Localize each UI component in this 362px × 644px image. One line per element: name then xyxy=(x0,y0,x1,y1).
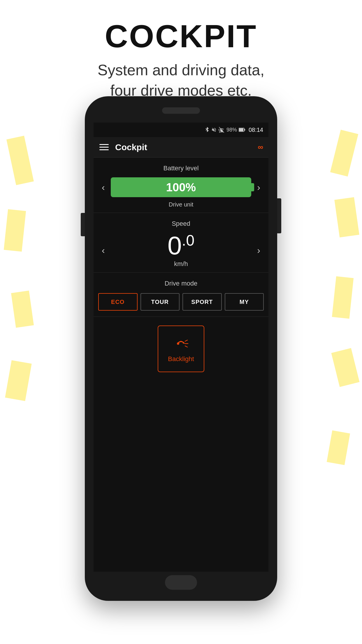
hamburger-line-1 xyxy=(99,144,109,145)
phone-home-button[interactable] xyxy=(165,575,197,590)
app-bar-title: Cockpit xyxy=(115,142,258,152)
hamburger-line-3 xyxy=(99,149,109,150)
screen-content: Battery level ‹ 100% › Drive unit Speed … xyxy=(94,158,268,378)
drive-mode-section: Drive mode ECO TOUR SPORT MY xyxy=(94,273,268,317)
svg-point-3 xyxy=(177,342,179,345)
mode-eco-button[interactable]: ECO xyxy=(98,293,138,311)
speed-display: 0.0 km/h xyxy=(108,233,254,268)
sticky-note-8 xyxy=(331,348,360,387)
speed-prev-arrow[interactable]: ‹ xyxy=(98,243,108,258)
backlight-svg-icon xyxy=(172,335,190,352)
phone-speaker xyxy=(162,107,200,114)
phone-device: 98% 08:14 Cockpit ∞ xyxy=(85,96,277,601)
battery-percentage: 98% xyxy=(226,127,237,133)
page-title: COCKPIT xyxy=(0,0,362,55)
mute-icon xyxy=(211,127,217,133)
speed-decimal: .0 xyxy=(182,232,194,249)
battery-sublabel: Drive unit xyxy=(98,201,264,208)
battery-row: ‹ 100% › xyxy=(98,177,264,197)
page-subtitle: System and driving data,four drive modes… xyxy=(0,55,362,101)
battery-prev-arrow[interactable]: ‹ xyxy=(98,180,108,195)
mode-buttons: ECO TOUR SPORT MY xyxy=(98,293,264,311)
sticky-note-5 xyxy=(330,130,358,177)
speed-row: ‹ 0.0 km/h › xyxy=(98,233,264,268)
speed-section: Speed ‹ 0.0 km/h › xyxy=(94,213,268,273)
bluetooth-icon xyxy=(204,127,210,133)
sticky-note-3 xyxy=(11,290,34,328)
backlight-section: Backlight xyxy=(94,317,268,378)
status-time: 08:14 xyxy=(249,127,263,133)
phone-screen: 98% 08:14 Cockpit ∞ xyxy=(94,123,268,572)
sticky-note-9 xyxy=(327,430,350,465)
sticky-note-2 xyxy=(4,209,26,252)
phone-body: 98% 08:14 Cockpit ∞ xyxy=(85,96,277,601)
battery-label: Battery level xyxy=(98,164,264,172)
app-logo: ∞ xyxy=(258,143,263,152)
drive-mode-label: Drive mode xyxy=(98,280,264,287)
battery-icon xyxy=(239,128,245,132)
app-bar: Cockpit ∞ xyxy=(94,137,268,158)
hamburger-line-2 xyxy=(99,147,109,148)
mode-my-button[interactable]: MY xyxy=(225,293,264,311)
battery-section: Battery level ‹ 100% › Drive unit xyxy=(94,158,268,213)
sticky-note-1 xyxy=(6,136,34,185)
battery-bar: 100% xyxy=(111,177,252,197)
speed-integer: 0 xyxy=(168,231,182,260)
sticky-note-7 xyxy=(332,276,354,319)
svg-rect-1 xyxy=(239,128,243,131)
speed-label: Speed xyxy=(98,220,264,228)
signal-icon xyxy=(218,127,225,133)
status-bar: 98% 08:14 xyxy=(94,123,268,137)
battery-value: 100% xyxy=(166,181,196,194)
mode-sport-button[interactable]: SPORT xyxy=(182,293,222,311)
battery-next-arrow[interactable]: › xyxy=(254,180,264,195)
phone-volume-button xyxy=(81,213,85,236)
speed-value: 0.0 xyxy=(108,233,254,258)
svg-rect-2 xyxy=(244,129,245,131)
sticky-note-4 xyxy=(5,360,32,401)
phone-power-button xyxy=(277,198,281,233)
speed-unit: km/h xyxy=(108,260,254,268)
backlight-label: Backlight xyxy=(168,355,194,363)
status-icons: 98% 08:14 xyxy=(204,127,263,133)
mode-tour-button[interactable]: TOUR xyxy=(140,293,180,311)
hamburger-menu[interactable] xyxy=(99,144,109,150)
sticky-note-6 xyxy=(334,197,359,237)
svg-line-6 xyxy=(185,346,187,347)
svg-line-4 xyxy=(185,340,187,341)
speed-next-arrow[interactable]: › xyxy=(254,243,264,258)
backlight-button[interactable]: Backlight xyxy=(158,326,204,372)
